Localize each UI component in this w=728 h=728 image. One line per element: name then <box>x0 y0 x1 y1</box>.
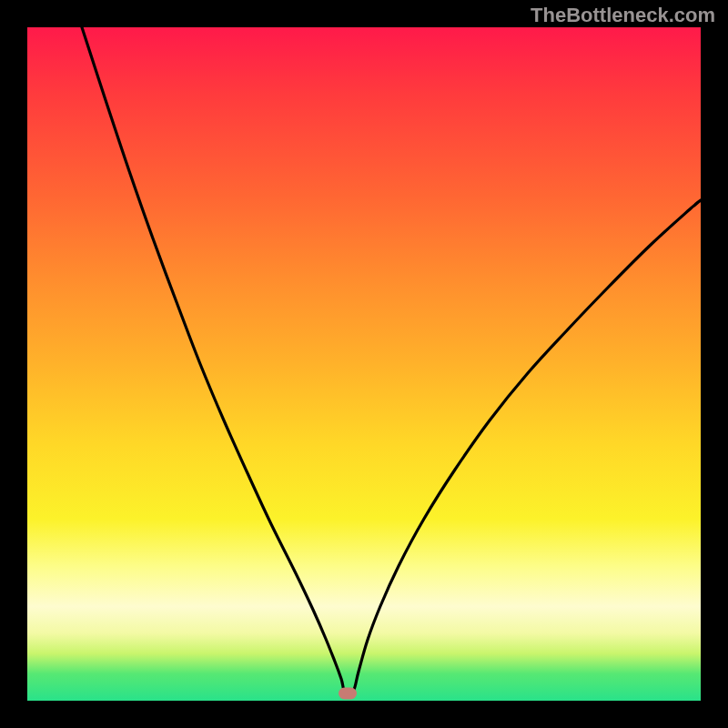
chart-container: TheBottleneck.com <box>0 0 728 728</box>
optimal-marker <box>339 688 357 700</box>
bottleneck-curve <box>27 27 701 701</box>
plot-area <box>27 27 701 701</box>
watermark-text: TheBottleneck.com <box>531 4 715 27</box>
